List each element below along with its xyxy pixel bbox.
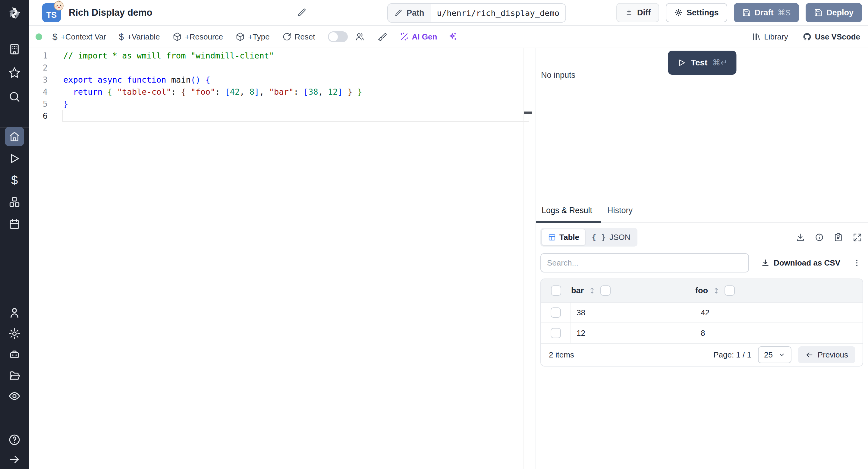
help-circle-icon	[8, 433, 21, 446]
header-actions: Diff Settings Draft ⌘S	[616, 3, 868, 22]
code-line[interactable]: 1// import * as wmill from "windmill-cli…	[29, 50, 535, 61]
tab-logs-and-result[interactable]: Logs & Result	[536, 206, 598, 215]
edit-summary-button[interactable]	[297, 8, 307, 18]
line-number: 3	[29, 75, 48, 84]
user-icon	[8, 307, 21, 319]
more-options-button[interactable]	[852, 258, 861, 268]
tab-history[interactable]: History	[607, 206, 632, 215]
settings-button[interactable]: Settings	[666, 3, 727, 22]
table-search-input[interactable]	[540, 253, 749, 273]
code-editor[interactable]: 1// import * as wmill from "windmill-cli…	[29, 48, 535, 469]
language-badge: TS	[42, 3, 61, 22]
sort-button[interactable]	[712, 287, 720, 295]
sort-button[interactable]	[588, 287, 596, 295]
path-label: Path	[407, 8, 424, 18]
table-row[interactable]: 38 42	[541, 302, 863, 322]
add-type-button[interactable]: +Type	[236, 32, 270, 41]
sidebar-item-folders[interactable]	[0, 366, 29, 385]
reset-button[interactable]: Reset	[282, 32, 315, 41]
code-line[interactable]: 2	[29, 61, 535, 73]
line-number: 2	[29, 63, 48, 72]
sidebar-item-resources[interactable]	[0, 192, 29, 212]
sidebar-item-runs[interactable]	[0, 149, 29, 168]
view-table-button[interactable]: Table	[541, 229, 586, 245]
table-icon	[548, 233, 556, 242]
sidebar-item-help[interactable]	[0, 430, 29, 449]
arrow-left-icon	[805, 351, 813, 359]
page-size-select[interactable]: 25	[758, 346, 792, 363]
view-json-button[interactable]: { } JSON	[586, 229, 637, 245]
eye-icon	[8, 390, 21, 402]
sidebar-item-expand[interactable]	[0, 450, 29, 469]
assistant-toggle[interactable]	[328, 31, 348, 42]
right-panel: Test ⌘↵ No inputs Logs & Result History	[535, 48, 868, 469]
users-icon	[355, 32, 365, 41]
draft-shortcut: ⌘S	[778, 8, 790, 18]
result-table: bar foo	[540, 279, 863, 367]
building-icon	[8, 43, 21, 56]
result-actions	[796, 233, 863, 242]
ai-sparkles-button[interactable]	[448, 32, 458, 41]
page-indicator: Page: 1 / 1	[713, 350, 751, 359]
left-sidebar: $	[0, 0, 29, 469]
sidebar-item-variables[interactable]: $	[0, 170, 29, 190]
column-select-checkbox[interactable]	[724, 285, 735, 296]
test-button[interactable]: Test ⌘↵	[668, 51, 736, 75]
diff-button[interactable]: Diff	[616, 3, 659, 22]
save-draft-button[interactable]: Draft ⌘S	[734, 3, 799, 22]
editor-toolbar: $ +Context Var $ +Variable +Resource +Ty…	[29, 26, 868, 48]
expand-icon[interactable]	[852, 233, 862, 242]
code-line[interactable]: 6	[29, 110, 535, 122]
row-checkbox[interactable]	[551, 307, 561, 318]
table-row[interactable]: 12 8	[541, 322, 863, 343]
download-icon[interactable]	[796, 233, 805, 242]
column-select-checkbox[interactable]	[600, 285, 611, 296]
code-line[interactable]: 5}	[29, 98, 535, 110]
library-button[interactable]: Library	[752, 32, 788, 41]
previous-page-button[interactable]: Previous	[798, 346, 855, 363]
code-line-content: // import * as wmill from "windmill-clie…	[48, 51, 274, 60]
line-number: 5	[29, 99, 48, 108]
sidebar-item-home[interactable]	[0, 127, 29, 146]
sidebar-item-users[interactable]	[0, 303, 29, 322]
add-context-var-button[interactable]: $ +Context Var	[53, 32, 106, 42]
sidebar-item-schedules[interactable]	[0, 215, 29, 234]
deploy-button[interactable]: Deploy	[806, 3, 862, 22]
sidebar-item-workspace[interactable]	[0, 39, 29, 59]
code-line[interactable]: 4 return { "table-col": { "foo": [42, 8]…	[29, 86, 535, 98]
package-icon	[236, 32, 245, 41]
collaborate-button[interactable]	[355, 32, 365, 41]
use-vscode-button[interactable]: Use VScode	[803, 32, 860, 41]
toolbar-right: Library Use VScode	[752, 32, 868, 41]
result-tabs: Logs & Result History	[536, 198, 868, 223]
overview-ruler-cursor-mark	[524, 112, 532, 114]
add-resource-button[interactable]: +Resource	[173, 32, 223, 41]
row-checkbox[interactable]	[551, 328, 561, 338]
line-number: 4	[29, 87, 48, 96]
table-header-row: bar foo	[541, 279, 863, 302]
pencil-icon	[395, 9, 402, 17]
sidebar-item-workers[interactable]	[0, 345, 29, 365]
windmill-logo-icon[interactable]	[7, 5, 22, 21]
download-csv-button[interactable]: Download as CSV	[761, 258, 840, 268]
path-button[interactable]: Path u/henri/rich_display_demo	[387, 3, 566, 23]
calendar-icon	[8, 218, 21, 230]
add-variable-button[interactable]: $ +Variable	[119, 32, 160, 42]
clipboard-copy-icon[interactable]	[834, 233, 843, 242]
info-icon[interactable]	[815, 233, 824, 242]
sidebar-item-search[interactable]	[0, 87, 29, 106]
select-all-checkbox[interactable]	[551, 285, 561, 296]
path-value: u/henri/rich_display_demo	[431, 4, 565, 22]
sidebar-item-audit-logs[interactable]	[0, 386, 29, 406]
sidebar-item-settings[interactable]	[0, 324, 29, 343]
sidebar-item-favorites[interactable]	[0, 63, 29, 82]
code-line[interactable]: 3export async function main() {	[29, 73, 535, 86]
play-icon	[677, 58, 686, 67]
format-code-button[interactable]	[377, 32, 387, 41]
header: TS Rich Display demo Pa	[29, 0, 868, 26]
star-icon	[8, 66, 21, 79]
github-icon	[803, 32, 812, 41]
search-icon	[8, 90, 21, 103]
home-icon	[8, 130, 21, 143]
ai-gen-button[interactable]: AI Gen	[400, 32, 437, 41]
